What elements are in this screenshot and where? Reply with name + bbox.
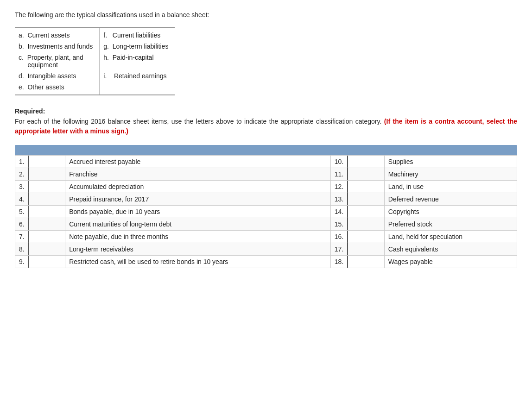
classifications-table: a. Current assets f. Current liabilities… xyxy=(15,27,175,95)
input-cell-10[interactable] xyxy=(347,156,384,168)
desc-7: Note payable, due in three months xyxy=(65,231,331,243)
answer-input-12[interactable] xyxy=(347,181,384,193)
desc-1: Accrued interest payable xyxy=(65,156,331,168)
desc-12: Land, in use xyxy=(384,181,517,193)
answer-input-3[interactable] xyxy=(28,181,65,193)
row-num-12: 12. xyxy=(330,181,347,193)
table-row: 8. Long-term receivables 17. Cash equiva… xyxy=(15,243,517,256)
table-row: 4. Prepaid insurance, for 2017 13. Defer… xyxy=(15,193,517,206)
input-cell-1[interactable] xyxy=(28,156,65,168)
answer-input-6[interactable] xyxy=(28,218,65,230)
row-num-17: 17. xyxy=(330,243,347,256)
required-section: Required: For each of the following 2016… xyxy=(15,107,517,137)
desc-8: Long-term receivables xyxy=(65,243,331,256)
table-row: 2. Franchise 11. Machinery xyxy=(15,168,517,181)
input-cell-12[interactable] xyxy=(347,181,384,193)
input-cell-11[interactable] xyxy=(347,168,384,181)
table-row: 3. Accumulated depreciation 12. Land, in… xyxy=(15,181,517,193)
table-row: 6. Current maturities of long-term debt … xyxy=(15,218,517,231)
class-right-3: h. Paid-in-capital xyxy=(100,52,175,70)
row-num-16: 16. xyxy=(330,231,347,243)
row-num-2: 2. xyxy=(15,168,28,181)
answer-input-15[interactable] xyxy=(347,218,384,230)
table-row: 9. Restricted cash, will be used to reti… xyxy=(15,256,517,268)
row-num-13: 13. xyxy=(330,193,347,206)
desc-4: Prepaid insurance, for 2017 xyxy=(65,193,331,206)
answer-input-11[interactable] xyxy=(347,168,384,180)
class-right-4: i. Retained earnings xyxy=(100,70,175,82)
input-cell-7[interactable] xyxy=(28,231,65,243)
class-left-5: e. Other assets xyxy=(15,82,100,95)
input-cell-4[interactable] xyxy=(28,193,65,206)
class-left-2: b. Investments and funds xyxy=(15,41,100,52)
row-num-7: 7. xyxy=(15,231,28,243)
row-num-14: 14. xyxy=(330,206,347,218)
class-right-2: g. Long-term liabilities xyxy=(100,41,175,52)
items-table-wrapper: 1. Accrued interest payable 10. Supplies… xyxy=(15,145,517,268)
input-cell-17[interactable] xyxy=(347,243,384,256)
table-row: 1. Accrued interest payable 10. Supplies xyxy=(15,156,517,168)
class-left-3: c. Property, plant, and equipment xyxy=(15,52,100,70)
row-num-5: 5. xyxy=(15,206,28,218)
row-num-6: 6. xyxy=(15,218,28,231)
desc-11: Machinery xyxy=(384,168,517,181)
input-cell-15[interactable] xyxy=(347,218,384,231)
desc-9: Restricted cash, will be used to retire … xyxy=(65,256,331,268)
answer-input-16[interactable] xyxy=(347,231,384,243)
row-num-11: 11. xyxy=(330,168,347,181)
desc-3: Accumulated depreciation xyxy=(65,181,331,193)
class-left-4: d. Intangible assets xyxy=(15,70,100,82)
row-num-9: 9. xyxy=(15,256,28,268)
row-num-1: 1. xyxy=(15,156,28,168)
table-row: 7. Note payable, due in three months 16.… xyxy=(15,231,517,243)
input-cell-2[interactable] xyxy=(28,168,65,181)
desc-10: Supplies xyxy=(384,156,517,168)
row-num-18: 18. xyxy=(330,256,347,268)
input-cell-5[interactable] xyxy=(28,206,65,218)
intro-text: The following are the typical classifica… xyxy=(15,11,517,19)
items-header-bar xyxy=(15,145,517,155)
answer-input-8[interactable] xyxy=(28,243,65,255)
items-table: 1. Accrued interest payable 10. Supplies… xyxy=(15,155,517,268)
answer-input-13[interactable] xyxy=(347,193,384,205)
class-right-5 xyxy=(100,82,175,95)
input-cell-18[interactable] xyxy=(347,256,384,268)
input-cell-16[interactable] xyxy=(347,231,384,243)
answer-input-14[interactable] xyxy=(347,206,384,218)
row-num-15: 15. xyxy=(330,218,347,231)
input-cell-13[interactable] xyxy=(347,193,384,206)
table-row: 5. Bonds payable, due in 10 years 14. Co… xyxy=(15,206,517,218)
desc-18: Wages payable xyxy=(384,256,517,268)
answer-input-17[interactable] xyxy=(347,243,384,255)
answer-input-9[interactable] xyxy=(28,256,65,268)
desc-14: Copyrights xyxy=(384,206,517,218)
input-cell-6[interactable] xyxy=(28,218,65,231)
desc-13: Deferred revenue xyxy=(384,193,517,206)
desc-15: Preferred stock xyxy=(384,218,517,231)
answer-input-1[interactable] xyxy=(28,156,65,168)
required-body-text: For each of the following 2016 balance s… xyxy=(15,118,384,125)
answer-input-2[interactable] xyxy=(28,168,65,180)
answer-input-4[interactable] xyxy=(28,193,65,205)
class-left-1: a. Current assets xyxy=(15,27,100,41)
desc-2: Franchise xyxy=(65,168,331,181)
input-cell-8[interactable] xyxy=(28,243,65,256)
row-num-8: 8. xyxy=(15,243,28,256)
row-num-4: 4. xyxy=(15,193,28,206)
answer-input-5[interactable] xyxy=(28,206,65,218)
answer-input-18[interactable] xyxy=(347,256,384,268)
desc-5: Bonds payable, due in 10 years xyxy=(65,206,331,218)
desc-16: Land, held for speculation xyxy=(384,231,517,243)
input-cell-14[interactable] xyxy=(347,206,384,218)
desc-17: Cash equivalents xyxy=(384,243,517,256)
row-num-3: 3. xyxy=(15,181,28,193)
desc-6: Current maturities of long-term debt xyxy=(65,218,331,231)
answer-input-7[interactable] xyxy=(28,231,65,243)
input-cell-9[interactable] xyxy=(28,256,65,268)
row-num-10: 10. xyxy=(330,156,347,168)
required-label: Required: xyxy=(15,107,45,115)
input-cell-3[interactable] xyxy=(28,181,65,193)
class-right-1: f. Current liabilities xyxy=(100,27,175,41)
answer-input-10[interactable] xyxy=(347,156,384,168)
